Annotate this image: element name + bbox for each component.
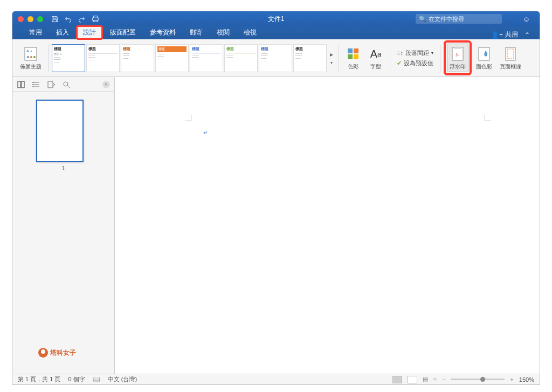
style-item[interactable]: 標題━━━━━━━━━━━━ — [190, 44, 223, 72]
style-title: 標題 — [123, 46, 152, 52]
print-layout-view-icon[interactable] — [392, 376, 402, 383]
set-default-button[interactable]: ✔ 設為預設值 — [397, 59, 433, 67]
separator — [440, 45, 440, 72]
style-item[interactable]: 標題━━━━━━━━━━━━━━━━━ — [86, 44, 120, 72]
svg-rect-6 — [348, 48, 353, 53]
watermark-icon: A — [450, 45, 465, 62]
page-color-label: 面色彩 — [476, 63, 492, 71]
style-item[interactable]: 標題━━━━━━━━━━━━━━━━━ — [121, 44, 154, 72]
svg-point-19 — [32, 86, 33, 87]
print-icon[interactable] — [91, 15, 99, 23]
svg-point-4 — [30, 56, 32, 58]
word-count[interactable]: 0 個字 — [68, 375, 85, 383]
search-placeholder: 在文件中搜尋 — [429, 15, 464, 23]
page-borders-label: 頁面框線 — [500, 63, 521, 71]
page-status[interactable]: 第 1 頁，共 1 頁 — [18, 375, 60, 383]
style-item[interactable]: 標題━━━━━━━━━━━━━━━━━ — [155, 44, 189, 72]
page[interactable]: ↵ — [131, 82, 534, 374]
svg-text:A: A — [26, 49, 29, 53]
fonts-label: 字型 — [370, 63, 381, 71]
svg-point-3 — [27, 56, 29, 58]
language-status[interactable]: 中文 (台灣) — [108, 375, 137, 383]
svg-rect-7 — [354, 48, 358, 53]
share-label: 共用 — [505, 30, 518, 39]
zoom-in-icon[interactable]: + — [510, 376, 513, 383]
thumbnail-list: 1 — [12, 92, 114, 179]
thumbnails-tab-icon[interactable] — [17, 80, 25, 89]
style-item[interactable]: 標題━━━━━━━━━━━━ — [224, 44, 258, 72]
style-gallery[interactable]: 標題標題 1━━━━━━━━━━━━━━━━━ 標題━━━━━━━━━━━━━━… — [52, 43, 335, 74]
close-sidebar-icon[interactable]: ✕ — [102, 81, 110, 88]
zoom-out-icon[interactable]: − — [442, 376, 445, 383]
page-thumbnail[interactable] — [36, 100, 84, 162]
document-canvas[interactable]: ↵ — [115, 77, 540, 374]
window-controls — [18, 16, 43, 22]
tab-home[interactable]: 常用 — [22, 26, 49, 39]
separator — [48, 45, 49, 72]
quick-access-toolbar — [51, 15, 99, 23]
find-tab-icon[interactable] — [62, 80, 71, 89]
style-item[interactable]: 標題━━━━━━━━━━━━━━━━━ — [293, 44, 327, 72]
style-title: 標題 — [261, 46, 290, 52]
web-layout-view-icon[interactable] — [408, 376, 417, 383]
style-title: 標題 — [295, 46, 325, 52]
colors-label: 色彩 — [348, 63, 358, 71]
paragraph-mark-icon: ↵ — [203, 130, 208, 136]
themes-button[interactable]: Aa 佈景主題 — [17, 44, 45, 72]
spell-check-icon[interactable]: 📖 — [93, 376, 100, 383]
publisher-logo: 塔科女子 — [38, 348, 76, 358]
style-item[interactable]: 標題━━━━━━━━━━━━━━━━━ — [259, 44, 292, 72]
share-button[interactable]: 👤+ 共用 ⌃ — [491, 30, 530, 39]
separator — [390, 45, 390, 72]
document-title: 文件1 — [268, 15, 285, 24]
redo-icon[interactable] — [78, 15, 86, 23]
feedback-icon[interactable]: ☺ — [523, 15, 530, 23]
headings-tab-icon[interactable] — [32, 80, 40, 89]
svg-rect-8 — [348, 54, 353, 59]
tab-mailings[interactable]: 郵寄 — [183, 26, 210, 39]
check-icon: ✔ — [397, 60, 402, 67]
zoom-thumb[interactable] — [480, 377, 485, 382]
undo-icon[interactable] — [64, 15, 72, 23]
watermark-label: 浮水印 — [450, 63, 466, 71]
tab-design[interactable]: 設計 — [76, 25, 103, 40]
fonts-icon: Aa — [368, 45, 383, 62]
save-icon[interactable] — [51, 15, 59, 23]
style-title: 標題 — [88, 46, 118, 52]
search-input[interactable]: 🔍 在文件中搜尋 — [416, 14, 502, 24]
page-borders-button[interactable]: 頁面框線 — [496, 44, 525, 72]
close-window-icon[interactable] — [18, 16, 24, 22]
zoom-slider[interactable] — [451, 379, 505, 380]
gallery-more-icon[interactable]: ▸▾ — [328, 51, 335, 66]
tab-insert[interactable]: 插入 — [49, 26, 76, 39]
status-bar: 第 1 頁，共 1 頁 0 個字 📖 中文 (台灣) ▤ ≡ − + 150% — [12, 374, 540, 384]
minimize-window-icon[interactable] — [27, 16, 33, 22]
page-color-button[interactable]: 面色彩 — [473, 44, 495, 72]
page-color-icon — [477, 45, 492, 62]
style-item[interactable]: 標題標題 1━━━━━━━━━━━━━━━━━ — [52, 44, 85, 72]
outline-view-icon[interactable]: ≡ — [433, 376, 437, 383]
tab-view[interactable]: 檢視 — [237, 26, 264, 39]
tab-review[interactable]: 校閱 — [210, 26, 237, 39]
fonts-button[interactable]: Aa 字型 — [365, 44, 387, 72]
watermark-button[interactable]: A 浮水印 — [447, 44, 468, 72]
dropdown-icon: ▾ — [431, 51, 433, 55]
maximize-window-icon[interactable] — [37, 16, 43, 22]
tab-references[interactable]: 參考資料 — [143, 26, 183, 39]
search-icon: 🔍 — [419, 16, 426, 23]
margin-corner-icon — [185, 115, 191, 121]
svg-rect-15 — [18, 81, 20, 88]
set-default-label: 設為預設值 — [404, 59, 433, 67]
ribbon-tabs: 常用 插入 設計 版面配置 參考資料 郵寄 校閱 檢視 👤+ 共用 ⌃ — [12, 26, 540, 39]
review-tab-icon[interactable] — [47, 80, 56, 89]
tab-layout[interactable]: 版面配置 — [103, 26, 143, 39]
sidebar-tabs: ✕ — [12, 77, 114, 92]
paragraph-spacing-button[interactable]: ≡↕ 段落間距 ▾ — [397, 49, 433, 57]
colors-button[interactable]: 色彩 — [342, 44, 364, 72]
zoom-level[interactable]: 150% — [519, 376, 534, 383]
focus-view-icon[interactable]: ▤ — [423, 376, 428, 383]
style-title: 標題 — [54, 46, 83, 52]
logo-avatar-icon — [38, 348, 48, 358]
collapse-ribbon-icon[interactable]: ⌃ — [525, 31, 530, 39]
colors-icon — [346, 45, 361, 62]
